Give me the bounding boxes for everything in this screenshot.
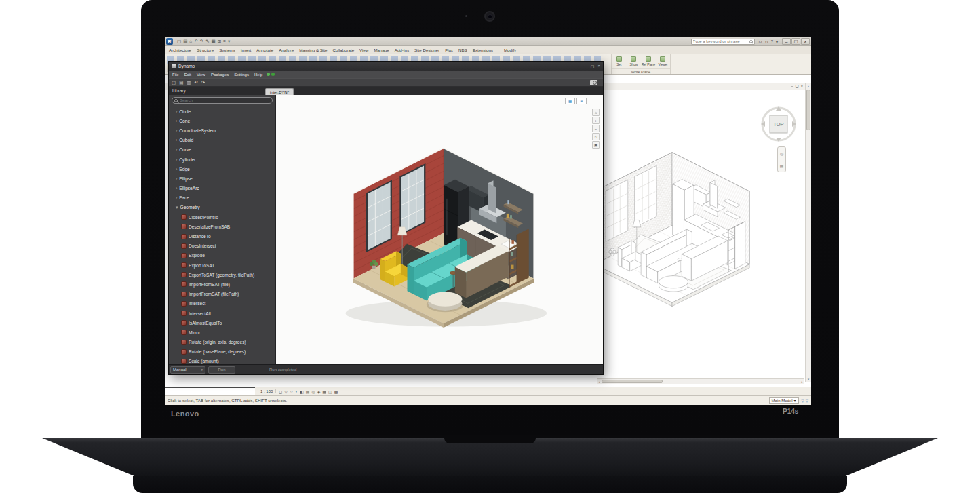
menu-item[interactable]: Settings <box>234 73 249 77</box>
view-control-icon[interactable]: ◫ <box>328 389 332 394</box>
toolbar-icon[interactable]: ▤ <box>179 80 183 85</box>
menu-item[interactable]: Edit <box>184 73 191 77</box>
library-node[interactable]: Scale (amount) <box>169 357 275 364</box>
library-category[interactable]: ›Circle <box>169 106 275 116</box>
ribbon-tab[interactable]: Modify <box>501 47 519 54</box>
toolbar-icon[interactable]: ↷ <box>201 80 205 85</box>
library-category[interactable]: ›Cuboid <box>169 136 275 145</box>
ribbon-tab[interactable]: Analyze <box>276 47 296 54</box>
qat-icon[interactable]: ▾ <box>228 39 230 44</box>
canvas-nav-icon[interactable]: ⌂ <box>592 109 600 116</box>
ribbon-tab[interactable]: View <box>357 47 371 54</box>
ribbon-tab[interactable]: Annotate <box>254 47 276 54</box>
window-button[interactable]: × <box>801 38 810 45</box>
library-node[interactable]: DoesIntersect <box>169 241 275 251</box>
qat-icon[interactable]: ↷ <box>200 39 203 44</box>
ribbon-tab[interactable]: Insert <box>238 47 254 54</box>
quick-access-toolbar[interactable]: ▢▤⌂↶↷✎▦⊞≡▾ <box>177 39 230 44</box>
scroll-up-icon[interactable]: ▴ <box>808 84 810 88</box>
library-node[interactable]: IsAlmostEqualTo <box>169 318 275 328</box>
library-node[interactable]: ExportToSAT (geometry, filePath) <box>169 270 275 279</box>
vertical-scrollbar[interactable]: ▴ ▾ <box>805 83 811 382</box>
qat-icon[interactable]: ✎ <box>205 39 209 44</box>
ribbon-tab[interactable]: Flux <box>442 47 456 54</box>
library-node[interactable]: Rotate (origin, axis, degrees) <box>169 338 275 347</box>
library-category[interactable]: ›CoordinateSystem <box>169 125 275 135</box>
view-control-icon[interactable]: ◎ <box>311 389 315 394</box>
ribbon-tab[interactable]: NBS <box>456 47 470 54</box>
view-window-button[interactable]: ▢ <box>796 84 799 88</box>
ribbon-tab[interactable]: Add-Ins <box>392 47 412 54</box>
ribbon-tab[interactable]: Manage <box>371 47 391 54</box>
ribbon-tab[interactable]: Architecture <box>166 47 194 54</box>
view-control-icon[interactable]: ◈ <box>317 389 321 394</box>
library-node[interactable]: Explode <box>169 251 275 260</box>
library-category[interactable]: ›Face <box>169 193 275 203</box>
search-input[interactable] <box>693 39 748 43</box>
revit-app-icon[interactable]: R <box>166 38 173 45</box>
library-node[interactable]: DeserializeFromSAB <box>169 222 275 231</box>
library-category[interactable]: ›EllipseArc <box>169 184 275 193</box>
scroll-left-icon[interactable]: ◂ <box>598 380 600 384</box>
toolbar-icon[interactable]: ▢ <box>172 80 176 85</box>
qat-icon[interactable]: ⊞ <box>218 39 221 44</box>
library-category[interactable]: ›Cone <box>169 116 275 125</box>
library-node[interactable]: DistanceTo <box>169 231 275 241</box>
window-button[interactable]: – <box>782 38 791 45</box>
filter-icon[interactable]: ▽ <box>806 399 808 403</box>
ribbon-tab[interactable]: Collaborate <box>330 47 357 54</box>
navigation-icon[interactable]: ◎ <box>780 151 783 156</box>
design-option-select[interactable]: Main Model▾ <box>769 397 799 404</box>
library-category[interactable]: ›Curve <box>169 145 275 155</box>
view-control-icon[interactable]: ▦ <box>322 389 326 394</box>
library-node[interactable]: Intersect <box>169 299 275 309</box>
horizontal-scrollbar[interactable]: ◂ ▸ <box>597 378 804 384</box>
qat-icon[interactable]: ⌂ <box>189 39 192 44</box>
work-plane-button[interactable]: Viewer <box>656 54 670 68</box>
account-icon[interactable]: ▾ <box>776 39 778 44</box>
library-category-expanded[interactable]: ▾Geometry <box>169 203 275 212</box>
library-node[interactable]: ClosestPointTo <box>169 212 275 222</box>
ribbon-tab[interactable]: Massing & Site <box>296 47 330 54</box>
scrollbar-thumb[interactable] <box>602 380 663 383</box>
library-node[interactable]: ExportToSAT <box>169 260 275 270</box>
scroll-right-icon[interactable]: ▸ <box>801 380 803 384</box>
menu-item[interactable]: Packages <box>211 73 229 77</box>
menu-item[interactable]: View <box>197 73 205 77</box>
view-control-icon[interactable]: ▩ <box>334 389 338 394</box>
navigation-icon[interactable]: ▤ <box>780 163 784 168</box>
search-icon[interactable] <box>749 40 753 43</box>
library-search[interactable] <box>172 97 273 104</box>
account-toolbar[interactable]: ⊙↻?▾ <box>759 39 778 44</box>
window-button[interactable]: ▢ <box>791 38 800 45</box>
ribbon-tab[interactable]: Extensions <box>470 47 496 54</box>
view-control-icon[interactable]: ◐ <box>295 389 298 394</box>
library-node[interactable]: IntersectAll <box>169 309 275 318</box>
titlebar-search[interactable] <box>691 39 755 45</box>
scale-control[interactable]: 1 : 100 <box>258 389 276 393</box>
canvas-nav-icon[interactable]: − <box>592 125 600 132</box>
filter-icon[interactable]: ▽ <box>802 399 804 403</box>
window-button[interactable]: ▢ <box>591 64 595 68</box>
library-category[interactable]: ›Ellipse <box>169 174 275 183</box>
qat-icon[interactable]: ▢ <box>177 39 181 44</box>
preview-view-icon[interactable]: ⊕ <box>576 98 587 104</box>
library-search-input[interactable] <box>180 98 270 102</box>
run-button[interactable]: Run <box>208 366 235 374</box>
preview-view-icon[interactable]: ▦ <box>565 98 575 104</box>
library-node[interactable]: Mirror <box>169 328 275 337</box>
canvas-nav-icon[interactable]: ↻ <box>592 133 600 140</box>
library-category[interactable]: ›Cylinder <box>169 155 275 164</box>
dynamo-title-bar[interactable]: Dynamo –▢× <box>169 62 603 71</box>
qat-icon[interactable]: ▦ <box>212 39 216 44</box>
view-control-icon[interactable]: ◧ <box>300 389 304 394</box>
view-control-icon[interactable]: ☼ <box>290 389 294 394</box>
library-node[interactable]: ImportFromSAT (file) <box>169 279 275 289</box>
export-image-icon[interactable] <box>590 80 597 85</box>
qat-icon[interactable]: ≡ <box>223 39 226 44</box>
view-control-icon[interactable]: ▽ <box>284 389 288 394</box>
account-icon[interactable]: ? <box>771 39 773 44</box>
view-window-button[interactable]: × <box>801 84 803 88</box>
account-icon[interactable]: ⊙ <box>759 39 762 44</box>
ribbon-tab[interactable]: Structure <box>194 47 216 54</box>
